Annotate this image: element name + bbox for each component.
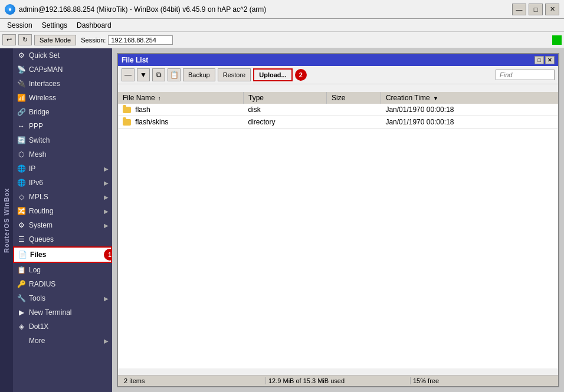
system-icon: ⚙ — [17, 220, 26, 230]
backup-button[interactable]: Backup — [183, 68, 215, 81]
sidebar-item-quick-set[interactable]: ⚙ Quick Set — [13, 48, 112, 62]
file-size — [327, 116, 381, 129]
sidebar-items: ⚙ Quick Set 📡 CAPsMAN 🔌 Interfaces 📶 Wir… — [13, 48, 112, 392]
file-table: File Name ↑ Type Size Creation Time — [118, 92, 558, 129]
interfaces-icon: 🔌 — [17, 79, 26, 88]
tools-arrow: ▶ — [104, 295, 109, 302]
status-free: 15% free — [411, 377, 555, 384]
menu-session[interactable]: Session — [2, 20, 37, 31]
sidebar-item-tools[interactable]: 🔧 Tools ▶ — [13, 291, 112, 305]
sidebar-item-wireless[interactable]: 📶 Wireless — [13, 91, 112, 105]
sidebar-item-interfaces[interactable]: 🔌 Interfaces — [13, 77, 112, 91]
file-list-content: File Name ↑ Type Size Creation Time — [118, 92, 558, 368]
sidebar-item-radius[interactable]: 🔑 RADIUS — [13, 277, 112, 291]
status-used: 12.9 MiB of 15.3 MiB used — [266, 377, 411, 384]
routing-icon: 🔀 — [17, 206, 26, 216]
routing-arrow: ▶ — [104, 208, 109, 215]
files-badge: 1 — [104, 249, 112, 261]
dot1x-icon: ◈ — [17, 322, 26, 331]
col-header-size[interactable]: Size — [327, 92, 381, 104]
ppp-icon: ↔ — [17, 121, 26, 131]
terminal-icon: ▶ — [17, 308, 26, 317]
title-bar: ● admin@192.168.88.254 (MikroTik) - WinB… — [0, 0, 564, 19]
window-title: admin@192.168.88.254 (MikroTik) - WinBox… — [19, 5, 266, 14]
sidebar-item-files[interactable]: 📄 Files 1 — [13, 246, 112, 263]
upload-button[interactable]: Upload... — [253, 68, 292, 81]
table-row[interactable]: flash/skins directory Jan/01/1970 00:00:… — [118, 116, 558, 129]
sidebar-item-mesh[interactable]: ⬡ Mesh — [13, 147, 112, 162]
ipv6-icon: 🌐 — [17, 178, 26, 187]
more-arrow: ▶ — [104, 338, 109, 344]
file-name: flash — [118, 104, 243, 116]
menu-bar: Session Settings Dashboard — [0, 19, 564, 32]
file-list-status: 2 items 12.9 MiB of 15.3 MiB used 15% fr… — [118, 375, 558, 386]
sidebar: RouterOS WinBox ⚙ Quick Set 📡 CAPsMAN 🔌 … — [0, 48, 112, 392]
tools-icon: 🔧 — [17, 294, 26, 303]
file-created: Jan/01/1970 00:00:18 — [381, 116, 558, 129]
menu-settings[interactable]: Settings — [37, 20, 72, 31]
fl-filter-button[interactable]: ▼ — [137, 68, 150, 81]
sidebar-item-new-terminal[interactable]: ▶ New Terminal — [13, 305, 112, 319]
main-layout: RouterOS WinBox ⚙ Quick Set 📡 CAPsMAN 🔌 … — [0, 48, 564, 392]
sidebar-item-ipv6[interactable]: 🌐 IPv6 ▶ — [13, 176, 112, 190]
table-row[interactable]: flash disk Jan/01/1970 00:00:18 — [118, 104, 558, 116]
file-size — [327, 104, 381, 116]
find-input[interactable] — [496, 70, 555, 80]
file-list-toolbar: — ▼ ⧉ 📋 Backup Restore Upload... 2 — [118, 66, 558, 84]
folder-icon — [123, 107, 131, 113]
ipv6-arrow: ▶ — [104, 180, 109, 186]
mpls-arrow: ▶ — [104, 194, 109, 200]
file-list-close[interactable]: ✕ — [545, 56, 555, 64]
sidebar-item-ip[interactable]: 🌐 IP ▶ — [13, 162, 112, 176]
content-area: File List □ ✕ — ▼ ⧉ 📋 Backup Restore Upl… — [112, 48, 564, 392]
sidebar-item-capsman[interactable]: 📡 CAPsMAN — [13, 62, 112, 77]
restore-button[interactable]: Restore — [218, 68, 251, 81]
name-sort-arrow: ↑ — [158, 95, 161, 101]
sidebar-item-ppp[interactable]: ↔ PPP — [13, 119, 112, 133]
sidebar-item-mpls[interactable]: ◇ MPLS ▶ — [13, 190, 112, 204]
connection-status-light — [552, 35, 562, 45]
system-arrow: ▶ — [104, 222, 109, 229]
sidebar-item-bridge[interactable]: 🔗 Bridge — [13, 105, 112, 119]
sidebar-item-system[interactable]: ⚙ System ▶ — [13, 218, 112, 232]
file-list-window-controls: □ ✕ — [535, 56, 555, 64]
log-icon: 📋 — [17, 265, 26, 275]
session-input[interactable] — [108, 35, 173, 45]
file-list-maximize[interactable]: □ — [535, 56, 544, 64]
sidebar-item-switch[interactable]: 🔄 Switch — [13, 133, 112, 147]
fl-minus-button[interactable]: — — [122, 68, 135, 81]
queues-icon: ☰ — [17, 235, 26, 244]
file-type: directory — [243, 116, 326, 129]
files-icon: 📄 — [18, 250, 27, 259]
close-button[interactable]: ✕ — [545, 4, 559, 15]
sidebar-item-log[interactable]: 📋 Log — [13, 263, 112, 277]
file-list-titlebar: File List □ ✕ — [118, 54, 558, 66]
upload-badge: 2 — [295, 69, 307, 81]
maximize-button[interactable]: □ — [529, 4, 543, 15]
fl-copy-button[interactable]: ⧉ — [152, 68, 165, 81]
main-toolbar: ↩ ↻ Safe Mode Session: — [0, 32, 564, 48]
sidebar-item-queues[interactable]: ☰ Queues — [13, 232, 112, 246]
sidebar-item-routing[interactable]: 🔀 Routing ▶ — [13, 204, 112, 218]
status-count: 2 items — [122, 377, 266, 384]
sidebar-item-dot1x[interactable]: ◈ Dot1X — [13, 319, 112, 334]
col-header-created[interactable]: Creation Time ▼ — [381, 92, 558, 104]
mesh-icon: ⬡ — [17, 150, 26, 159]
more-icon — [17, 336, 26, 345]
redo-button[interactable]: ↻ — [18, 34, 32, 45]
capsman-icon: 📡 — [17, 65, 26, 74]
file-list-title: File List — [122, 56, 148, 64]
ip-arrow: ▶ — [104, 166, 109, 172]
folder-icon — [123, 119, 131, 126]
sidebar-brand: RouterOS WinBox — [0, 48, 13, 392]
sidebar-item-more[interactable]: More ▶ — [13, 334, 112, 348]
undo-button[interactable]: ↩ — [2, 34, 16, 45]
minimize-button[interactable]: — — [512, 4, 526, 15]
wireless-icon: 📶 — [17, 93, 26, 103]
fl-paste-button[interactable]: 📋 — [168, 68, 181, 81]
col-header-name[interactable]: File Name ↑ — [118, 92, 243, 104]
safe-mode-button[interactable]: Safe Mode — [34, 35, 76, 45]
menu-dashboard[interactable]: Dashboard — [72, 20, 116, 31]
col-header-type[interactable]: Type — [243, 92, 326, 104]
title-controls: — □ ✕ — [512, 4, 559, 15]
